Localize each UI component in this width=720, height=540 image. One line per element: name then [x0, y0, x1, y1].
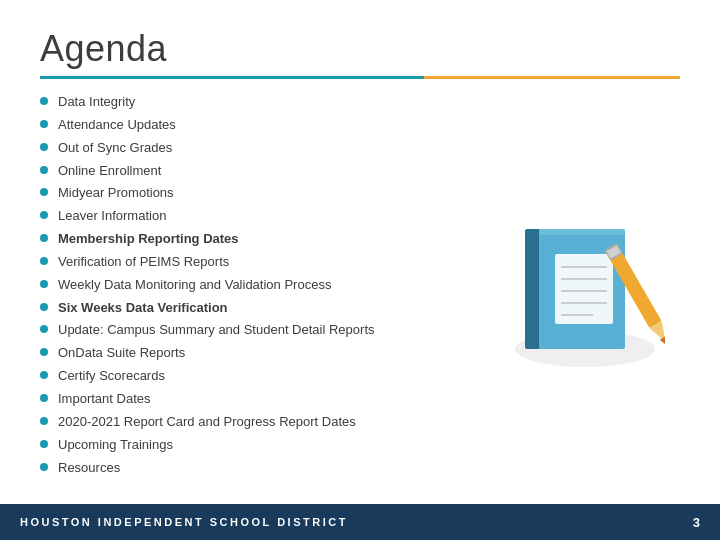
list-item-text: Data Integrity [58, 93, 135, 112]
list-item: Data Integrity [40, 93, 490, 112]
bullet-dot [40, 348, 48, 356]
bullet-dot [40, 257, 48, 265]
list-item: 2020-2021 Report Card and Progress Repor… [40, 413, 490, 432]
list-item-text: Certify Scorecards [58, 367, 165, 386]
bullet-dot [40, 463, 48, 471]
list-item: Update: Campus Summary and Student Detai… [40, 321, 490, 340]
list-item: Membership Reporting Dates [40, 230, 490, 249]
svg-rect-15 [539, 229, 625, 235]
list-item-text: Midyear Promotions [58, 184, 174, 203]
slide: Agenda Data IntegrityAttendance UpdatesO… [0, 0, 720, 540]
list-item: Verification of PEIMS Reports [40, 253, 490, 272]
list-item-text: Leaver Information [58, 207, 166, 226]
list-item: Resources [40, 459, 490, 478]
bullet-dot [40, 325, 48, 333]
list-item-text: Upcoming Trainings [58, 436, 173, 455]
list-item-text: Verification of PEIMS Reports [58, 253, 229, 272]
bullet-dot [40, 440, 48, 448]
list-item-text: Resources [58, 459, 120, 478]
list-item-text: Six Weeks Data Verification [58, 299, 228, 318]
bullet-dot [40, 394, 48, 402]
bullet-dot [40, 371, 48, 379]
list-item-text: Update: Campus Summary and Student Detai… [58, 321, 375, 340]
footer-page: 3 [693, 515, 700, 530]
bullet-dot [40, 143, 48, 151]
title-underline [40, 76, 680, 79]
bullet-list: Data IntegrityAttendance UpdatesOut of S… [40, 93, 490, 494]
list-item: Out of Sync Grades [40, 139, 490, 158]
illustration [490, 93, 680, 494]
book-illustration [505, 199, 665, 369]
list-item: OnData Suite Reports [40, 344, 490, 363]
bullet-dot [40, 188, 48, 196]
list-item: Certify Scorecards [40, 367, 490, 386]
list-item: Midyear Promotions [40, 184, 490, 203]
footer: HOUSTON INDEPENDENT SCHOOL DISTRICT 3 [0, 504, 720, 540]
bullet-dot [40, 234, 48, 242]
content-area: Agenda Data IntegrityAttendance UpdatesO… [0, 0, 720, 504]
bullet-dot [40, 166, 48, 174]
bullet-dot [40, 417, 48, 425]
list-item-text: Membership Reporting Dates [58, 230, 239, 249]
list-item-text: Attendance Updates [58, 116, 176, 135]
page-title: Agenda [40, 28, 680, 70]
bullet-dot [40, 120, 48, 128]
bullet-dot [40, 303, 48, 311]
list-item-text: OnData Suite Reports [58, 344, 185, 363]
main-body: Data IntegrityAttendance UpdatesOut of S… [40, 93, 680, 494]
list-item-text: Weekly Data Monitoring and Validation Pr… [58, 276, 331, 295]
list-item: Weekly Data Monitoring and Validation Pr… [40, 276, 490, 295]
list-item: Attendance Updates [40, 116, 490, 135]
list-item: Online Enrollment [40, 162, 490, 181]
bullet-dot [40, 97, 48, 105]
list-item: Six Weeks Data Verification [40, 299, 490, 318]
list-item: Leaver Information [40, 207, 490, 226]
list-item-text: 2020-2021 Report Card and Progress Repor… [58, 413, 356, 432]
list-item-text: Important Dates [58, 390, 151, 409]
list-item: Upcoming Trainings [40, 436, 490, 455]
bullet-dot [40, 280, 48, 288]
list-item-text: Online Enrollment [58, 162, 161, 181]
footer-district: HOUSTON INDEPENDENT SCHOOL DISTRICT [20, 516, 348, 528]
bullet-dot [40, 211, 48, 219]
svg-rect-4 [555, 254, 613, 324]
list-item-text: Out of Sync Grades [58, 139, 172, 158]
list-item: Important Dates [40, 390, 490, 409]
svg-rect-2 [525, 229, 539, 349]
